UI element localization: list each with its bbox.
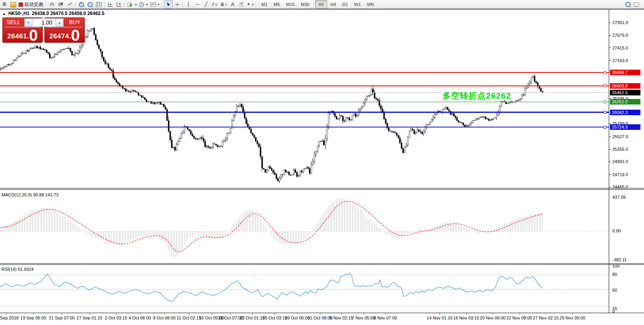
auto-scroll-button[interactable] <box>106 0 114 8</box>
time-tick-label: 23 Oct 01:15 <box>240 315 265 320</box>
time-tick-mark <box>164 313 165 315</box>
chart-shift-button[interactable] <box>114 0 123 8</box>
crosshair-tool-button[interactable] <box>173 0 181 8</box>
timeframe-toolbar: M1M5M15M30H1H4D1W1MN <box>258 0 377 8</box>
search-icon <box>625 2 631 7</box>
volume-input[interactable]: 1.00 <box>32 19 55 27</box>
zoom-in-button[interactable]: + <box>77 0 86 8</box>
timeframe-button-h1[interactable]: H1 <box>315 0 327 8</box>
zoom-out-button[interactable]: − <box>86 0 94 8</box>
vertical-line-tool-button[interactable]: │ <box>184 0 193 8</box>
channel-tool-button[interactable]: ⫽E <box>210 0 219 8</box>
volume-up-button[interactable]: ▲ <box>55 19 63 27</box>
timeframe-button-m5[interactable]: M5 <box>271 0 283 8</box>
hline-handle[interactable] <box>604 71 606 74</box>
price-tick-label: 24455.0 <box>612 184 628 190</box>
toolbar-grip <box>161 1 163 8</box>
price-tick-mark <box>609 149 611 150</box>
price-tick-mark <box>609 162 611 162</box>
arrows-tool-button[interactable]: ✦▾ <box>246 0 254 8</box>
bar-chart-button[interactable] <box>48 0 57 8</box>
timeframe-button-m1[interactable]: M1 <box>258 0 271 8</box>
time-tick-mark <box>189 313 189 315</box>
arrows-tool-icon: ✦ <box>247 2 250 7</box>
line-chart-button[interactable] <box>65 0 74 8</box>
search-button[interactable] <box>623 0 632 8</box>
candlestick-chart-button[interactable] <box>57 0 65 8</box>
time-tick-label: 19 Sep 05:00 <box>20 315 46 320</box>
hline-handle[interactable] <box>604 101 606 103</box>
fibonacci-tool-button[interactable]: ≣F <box>219 0 228 8</box>
rsi-axis-label: 80 <box>612 272 617 277</box>
hline-handle[interactable] <box>604 126 606 128</box>
cursor-tool-button[interactable] <box>164 0 173 8</box>
indicators-button[interactable]: ▾ <box>126 0 138 8</box>
volume-down-button[interactable]: ▼ <box>25 19 32 27</box>
time-tick-mark <box>466 313 467 315</box>
timeframe-button-d1[interactable]: D1 <box>339 0 351 8</box>
hline-handle[interactable] <box>604 85 606 87</box>
buy-price: 26474.0 <box>45 29 84 41</box>
time-tick-mark <box>364 313 364 315</box>
toolbar-grip <box>255 1 257 8</box>
order-button[interactable]: 单 <box>0 0 9 8</box>
time-tick-label: 29 Nov 05:00 <box>559 315 585 320</box>
price-tick-mark <box>609 48 611 48</box>
main-toolbar: 单 自动交易 + − ▾ ▾ ▾ │ ─ ╱ ⫽E ≣F A T ✦▾ M1M5… <box>0 0 644 9</box>
periods-button[interactable]: ▾ <box>138 0 149 8</box>
chart-annotation[interactable]: 多空转折点26262 <box>442 90 511 101</box>
chat-button[interactable] <box>632 0 641 8</box>
sell-price-frac: 0 <box>29 27 38 44</box>
timeframe-button-h4[interactable]: H4 <box>327 0 339 8</box>
price-tick-label: 25527.0 <box>612 134 628 139</box>
price-tick-label: 27415.0 <box>612 46 628 51</box>
candlestick-chart-icon <box>58 2 64 7</box>
periods-clock-icon <box>139 2 145 7</box>
text-tool-button[interactable]: A <box>228 0 237 8</box>
templates-button[interactable]: ▾ <box>149 0 160 8</box>
new-order-icon <box>10 2 16 7</box>
price-tick-mark <box>609 23 611 23</box>
chart-shift-icon <box>116 2 122 7</box>
macd-signal-line <box>1 201 543 252</box>
new-order-button[interactable] <box>9 0 17 8</box>
price-tick-label: 25255.0 <box>612 147 628 152</box>
zoom-in-icon: + <box>79 2 84 7</box>
time-tick-label: 5 Nov 02:15 <box>330 315 353 320</box>
time-tick-label: 22 Nov 08:00 <box>506 315 532 320</box>
price-level-tag: 26262.0 <box>610 99 640 105</box>
toolbar-separator <box>124 1 125 8</box>
time-tick-label: 11 Oct 02:15 <box>177 315 201 320</box>
horizontal-levels[interactable] <box>0 71 609 128</box>
toolbar-separator <box>183 1 183 8</box>
time-axis[interactable]: 17 Sep 201819 Sep 05:0021 Sep 07:0027 Se… <box>0 313 644 325</box>
label-tool-button[interactable]: T <box>237 0 246 8</box>
volume-stepper: ▼ 1.00 ▲ <box>24 18 64 27</box>
trendline-tool-button[interactable]: ╱ <box>202 0 210 8</box>
horizontal-line-tool-button[interactable]: ─ <box>193 0 202 8</box>
time-tick-mark <box>546 313 546 315</box>
price-level-tag: 26603.8 <box>610 83 640 89</box>
timeframe-button-mn[interactable]: MN <box>364 0 377 8</box>
price-tick-label: 27143.0 <box>612 58 628 63</box>
macd-histogram <box>1 198 543 258</box>
sell-price: 26461.0 <box>3 29 42 41</box>
chat-icon <box>634 2 639 7</box>
sell-price-int: 26461 <box>8 32 27 40</box>
autotrading-icon <box>19 2 23 7</box>
order-label: 单 <box>2 2 7 7</box>
timeframe-button-w1[interactable]: W1 <box>351 0 364 8</box>
time-tick-label: 29 Oct 06:00 <box>285 315 310 320</box>
periods-caret-icon: ▾ <box>146 3 148 6</box>
autotrading-button[interactable]: 自动交易 <box>17 0 44 8</box>
line-chart-icon <box>67 2 72 7</box>
mt4-window: 单 自动交易 + − ▾ ▾ ▾ │ ─ ╱ ⫽E ≣F A T ✦▾ M1M5… <box>0 0 644 325</box>
hline-handle[interactable] <box>604 111 606 114</box>
price-axis[interactable]: 27951.027679.027415.027143.026335.025799… <box>609 10 644 313</box>
timeframe-button-m15[interactable]: M15 <box>283 0 297 8</box>
time-tick-label: 7 Nov 05:00 <box>352 315 375 320</box>
time-tick-mark <box>341 313 342 315</box>
timeframe-button-m30[interactable]: M30 <box>298 0 312 8</box>
time-tick-label: 2 Oct 03:15 <box>105 315 128 320</box>
tile-windows-button[interactable] <box>94 0 103 8</box>
